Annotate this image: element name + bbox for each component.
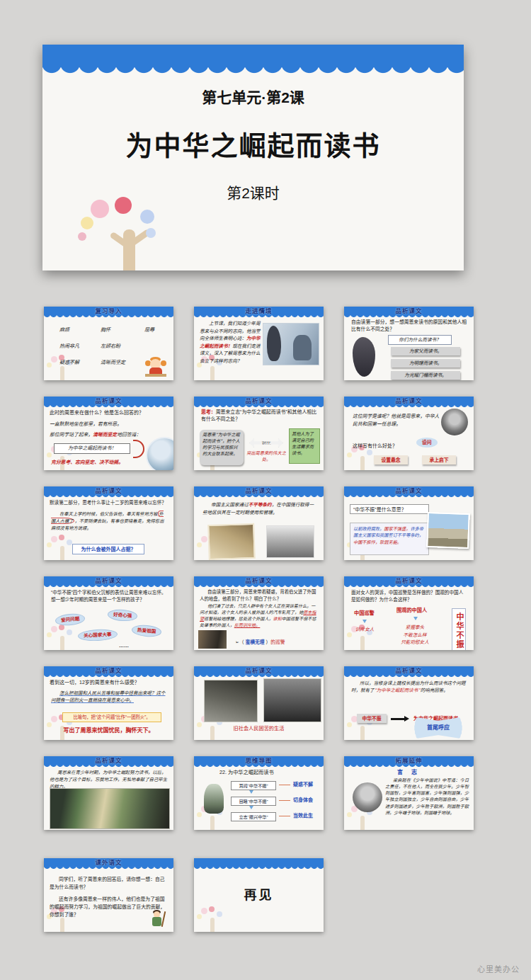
slide-header-label: 品析课文 (194, 486, 324, 495)
down-arrow-icon (362, 620, 367, 625)
street-scene-photo (198, 630, 227, 649)
slide-thumbnail-15[interactable]: 品析课文 所以，当修身课上魏校长提出为什么而读书这个问题时，就有了“为中华之崛起… (344, 666, 474, 740)
slide-thumbnail-10[interactable]: 品析课文 “中华不振”四个字和伯父沉郁的表情让周恩来难以忘怀。想一想少年时期的周… (44, 576, 173, 650)
highlight-text: “为中华之崛起而读书” (375, 688, 421, 693)
connector-line (279, 816, 290, 816)
slide-thumbnail-2[interactable]: 走进情境 上节课，我们知道少年周恩来与众不同的志向，他当堂向全体师生表明心迹：为… (194, 307, 324, 380)
question-text: “中华不振”四个字和伯父沉郁的表情让周恩来难以忘怀。想一想少年时期的周恩来是一个… (51, 589, 169, 603)
slide-header-label: 品析课文 (344, 397, 474, 405)
mindmap-node: 目睹“中华不振” (231, 797, 276, 806)
slide-body: 同学们，听了周恩来的回答后，请你想一想：自己是为什么而读书？ 还有许多像周恩来一… (48, 870, 169, 930)
compare-arrow: 对比 (249, 438, 283, 448)
slide-header-label: 品析课文 (344, 576, 474, 585)
fill-blank-subject: 的巡警 (270, 639, 285, 644)
slide-banner: 品析课文 (344, 397, 474, 405)
rhetoric-bubble: 设问 (416, 438, 438, 448)
mindmap-title: 22. 为中华之崛起而读书 (219, 769, 274, 777)
slide-thumbnail-1[interactable]: 复习导入 麻烦 胸怀 屈辱 热闹非凡 左顾右盼 疑惑不解 清晰而坚定 (44, 307, 173, 380)
slide-header-label: 品析课文 (344, 666, 474, 675)
compare-note: 突出周恩来的伟大之处。 (246, 450, 286, 463)
slide-body: 自由读第三部分，周恩来带着疑惑，背着伯父进了外国人的地盘，他看到了什么？明白了什… (198, 588, 319, 649)
slide-thumbnail-4[interactable]: 品析课文 此时的周恩来在做什么？他是怎么回答的？ 一直默默地坐在那里，若有所思。… (44, 397, 173, 470)
answer-box: 为明理而读书。 (391, 359, 460, 368)
zhou-portrait-photo (441, 409, 468, 435)
slide-thumbnail-18[interactable]: 拓展延伸 言 志 梁启超在《少年中国说》中写道：今日之责任，不在他人，而全在我少… (344, 756, 474, 830)
slide-body: 思考：周恩来立志“为中华之崛起而读书”和其他人相比有什么不同之处？ 周恩来“为中… (198, 409, 319, 469)
definition-text: 帝国主义国家通过 (211, 502, 249, 508)
mindmap-node: 立志“振兴中华” (231, 812, 276, 821)
slide-body: 此时的周恩来在做什么？他是怎么回答的？ 一直默默地坐在那里，若有所思。 那位同学… (48, 409, 169, 469)
slide-thumbnail-13[interactable]: 品析课文 看到这一切，12岁的周恩来有什么感受？ 怎么把祖国和人民从苦难和屈辱中… (44, 666, 173, 740)
answer-text: 中国不振作，软弱无能。 (353, 540, 401, 545)
others-comparison-box: 其他人为了满足自己的生活需求而读书。 (289, 428, 320, 464)
meaning-answer-box: 以前政府腐败，国家不强盛，许多帝国主义国家和我国签订不平等条约，中国不振作，软弱… (350, 523, 429, 555)
slide-body: 麻烦 胸怀 屈辱 热闹非凡 左顾右盼 疑惑不解 清晰而坚定 (48, 319, 169, 379)
slide-thumbnail-16[interactable]: 品析课文 周恩来在青少年时期，为中华之崛起努力读书，以后，他也是为了这个目标，忘… (44, 756, 173, 830)
slide-thumbnail-grid: 复习导入 麻烦 胸怀 屈辱 热闹非凡 左顾右盼 疑惑不解 清晰而坚定 走进情境 … (44, 307, 474, 830)
slide-banner: 品析课文 (44, 486, 173, 495)
trait-cloud: 关心国家大事 (78, 629, 118, 642)
highlight-text: 不平等条约 (249, 502, 272, 508)
down-arrow-icon (413, 617, 418, 622)
quote-line: 一直默默地坐在那里，若有所思。 (50, 421, 122, 428)
question-text: 自由读第一部分，想一想周恩来读书的原因和其他人相比有什么不同之处？ (351, 319, 467, 333)
vocab-word: 疑惑不解 (59, 359, 101, 367)
slide-thumbnail-6[interactable]: 品析课文 这位同学是谁呢？他就是周恩来，中华人民共和国第一任总理。 设问 这样写… (344, 397, 474, 470)
slide-banner: 思维导图 (194, 756, 324, 765)
slide-banner: 品析课文 (194, 486, 324, 495)
slide-thumbnail-5[interactable]: 品析课文 思考：周恩来立志“为中华之崛起而读书”和其他人相比有什么不同之处？ 周… (194, 397, 324, 470)
teacher-figure-photo (353, 337, 375, 377)
slide-banner: 品析课文 (344, 576, 474, 585)
goodbye-text: 再见 (198, 886, 319, 905)
metaphor-note-box: 比喻句，把“这个问题”比作“一团烈火”。 (62, 712, 161, 722)
question-text: 默读第二部分，思考什么事让十二岁的周恩来难以忘怀？ (50, 499, 169, 506)
old-society-photo (204, 680, 258, 722)
girl-cartoon (145, 356, 166, 377)
question-text: 自由读第三部分，周恩来带着疑惑，背着伯父进了外国人的地盘，他看到了什么？明白了什… (200, 588, 319, 602)
slide-banner: 品析课文 (194, 397, 324, 405)
slide-thumbnail-11[interactable]: 品析课文 自由读第三部分，周恩来带着疑惑，背着伯父进了外国人的地盘，他看到了什么… (194, 576, 324, 650)
slide-thumbnail-14[interactable]: 品析课文 旧社会人民困苦的生活 (194, 666, 324, 740)
onlookers-label: 围观的中国人 (396, 607, 427, 615)
answer-box: 为家父而读书。 (391, 347, 460, 355)
old-society-photo (263, 678, 321, 722)
quote-line: 地回答道： (117, 432, 141, 438)
slide-banner: 品析课文 (44, 666, 173, 675)
quote-paragraph: 梁启超在《少年中国说》中写道：今日之责任，不在他人，而全在我少年。少年智则国智，… (385, 777, 469, 816)
vocab-word: 屈辱 (144, 326, 154, 334)
slide-header-label: 复习导入 (44, 307, 173, 315)
uncle-quote: 在奉天上学的时候，伯父告诉他，奉天有些地方被 (59, 511, 158, 516)
slide-body: 所以，当修身课上魏校长提出为什么而读书这个问题时，就有了“为中华之崛起而读书”的… (348, 678, 469, 739)
vocab-word: 左顾右盼 (101, 343, 120, 351)
slide-body: “中华不振”四个字和伯父沉郁的表情让周恩来难以忘怀。想一想少年时期的周恩来是一个… (48, 588, 169, 649)
slide-banner: 品析课文 (344, 486, 474, 495)
conclusion-vertical-box: 中华不振 (452, 608, 466, 650)
slide-thumbnail-12[interactable]: 品析课文 面对女人的哭诉，中国巡警是怎样做的？围观的中国人是如何做的？为什么会这… (344, 576, 474, 650)
onlookers-action: 不敢怎么样 (394, 632, 436, 639)
slide-header-label: 课外语文 (44, 858, 173, 867)
onlookers-action: 紧握拳头 (394, 624, 436, 632)
slide-banner: 品析课文 (44, 397, 173, 405)
slide-thumbnail-9[interactable]: 品析课文 “中华不振”是什么意思？ 以前政府腐败，国家不强盛，许多帝国主义国家和… (344, 486, 474, 560)
question-text: 此时的周恩来在做什么？他是怎么回答的？ (50, 409, 144, 417)
slide-thumbnail-8[interactable]: 品析课文 帝国主义国家通过不平等条约，在中国强行取得一些地区供其在一定时期使用和… (194, 486, 324, 560)
answer-text: 以前政府腐败， (353, 526, 384, 531)
slide-thumbnail-19[interactable]: 课外语文 同学们，听了周恩来的回答后，请你想一想：自己是为什么而读书？ 还有许多… (44, 858, 173, 932)
main-title: 为中华之崛起而读书 (42, 124, 464, 163)
trait-cloud: 爱问问题 (55, 612, 86, 627)
story-text: 他们凑了过去，只见人群中有个女人正在哭诉着什么。一问才知道，这个女人的亲人被外国… (200, 603, 315, 615)
quote-line: 那位同学站了起来， (50, 432, 93, 438)
slide-body: 默读第二部分，思考什么事让十二岁的周恩来难以忘怀？ 在奉天上学的时候，伯父告诉他… (48, 498, 169, 559)
main-slide-preview[interactable]: 第七单元·第2课 为中华之崛起而读书 第2课时 (42, 45, 464, 270)
slide-banner: 拓展延伸 (344, 756, 474, 765)
down-arrow-icon (249, 790, 253, 796)
slide-thumbnail-7[interactable]: 品析课文 默读第二部分，思考什么事让十二岁的周恩来难以忘怀？ 在奉天上学的时候，… (44, 486, 173, 560)
answer-box: 为光耀门楣而读书。 (391, 371, 460, 380)
slide-thumbnail-20[interactable]: 再见 (194, 858, 324, 932)
slide-header-label: 走进情境 (194, 307, 324, 315)
question-text: 看到这一切，12岁的周恩来有什么感受？ (50, 679, 139, 687)
slide-thumbnail-17[interactable]: 思维导图 22. 为中华之崛起而读书 耳闻“中华不振” 疑惑不解 目睹“中华不振… (194, 756, 324, 830)
highlight-text: 清晰而坚定 (93, 432, 117, 438)
slide-thumbnail-3[interactable]: 品析课文 自由读第一部分，想一想周恩来读书的原因和其他人相比有什么不同之处？ 你… (344, 307, 474, 380)
slide-banner: 复习导入 (44, 307, 173, 315)
